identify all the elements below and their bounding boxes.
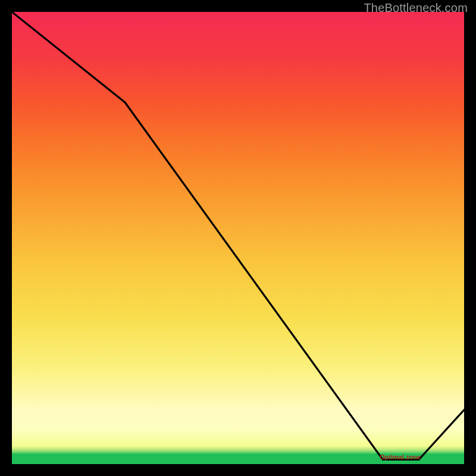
plot-area: Optimal zone: [12, 12, 464, 464]
bottleneck-curve: [12, 12, 464, 459]
optimal-zone-annotation: Optimal zone: [380, 453, 421, 461]
line-overlay: [12, 12, 464, 464]
chart-stage: TheBottleneck.com Optimal zone: [0, 0, 476, 476]
